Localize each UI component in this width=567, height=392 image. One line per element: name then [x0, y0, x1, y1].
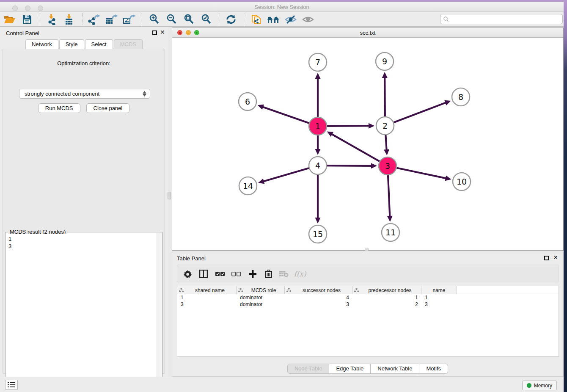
edge-arrow-1-4 [315, 149, 321, 155]
network-window-titlebar[interactable]: ✕ − + scc.txt [172, 28, 563, 38]
mcds-result-text[interactable]: 1 3 [6, 234, 157, 392]
tab-select[interactable]: Select [85, 39, 113, 49]
edge-2-8[interactable] [385, 102, 446, 126]
zoom-selected-icon[interactable] [199, 13, 213, 25]
table-panel-title: Table Panel [177, 255, 206, 262]
show-all-icon[interactable] [301, 13, 315, 25]
panel-divider-handle[interactable] [168, 192, 171, 199]
unselect-all-columns-icon[interactable] [229, 267, 243, 281]
table-toolbar: f(x) [177, 265, 559, 282]
node-label-14: 14 [243, 181, 253, 190]
zoom-in-icon[interactable] [147, 13, 161, 25]
delete-table-icon[interactable] [277, 267, 291, 281]
edge-3-1[interactable] [331, 134, 388, 166]
save-session-icon[interactable] [20, 13, 34, 25]
column-label: shared name [184, 287, 236, 293]
add-column-icon[interactable] [246, 267, 259, 281]
duplicate-view-icon[interactable] [249, 13, 263, 25]
delete-columns-icon[interactable] [261, 267, 275, 281]
column-header-shared-name[interactable]: shared name [177, 286, 237, 294]
hide-selected-icon[interactable] [284, 13, 298, 25]
status-bar: Memory [0, 377, 564, 392]
edge-arrow-1-6 [258, 105, 264, 110]
edge-arrow-4-3 [371, 163, 377, 168]
memory-label: Memory [534, 383, 552, 389]
show-columns-icon[interactable] [197, 267, 210, 281]
result-scrollbar[interactable] [157, 233, 162, 392]
column-header-successor-nodes[interactable]: successor nodes [285, 286, 352, 294]
import-table-icon[interactable] [62, 13, 77, 25]
column-header-name[interactable]: name [421, 286, 457, 294]
toolbar-separator [244, 13, 244, 25]
table-cell[interactable]: dominator [237, 301, 285, 307]
node-label-11: 11 [385, 228, 396, 237]
column-label: successor nodes [291, 287, 352, 293]
table-panel: Table Panel ✕ f(x) shared nameMCDS roles… [172, 252, 564, 377]
table-row[interactable]: 3dominator323 [177, 301, 559, 308]
table-cell[interactable]: 4 [285, 295, 352, 301]
list-icon [8, 382, 15, 388]
select-all-columns-icon[interactable] [213, 267, 227, 281]
network-canvas[interactable]: 7968124314101511 [172, 38, 563, 250]
edge-arrow-4-14 [258, 179, 264, 184]
close-table-panel-icon[interactable]: ✕ [553, 254, 558, 261]
tab-motifs[interactable]: Motifs [419, 364, 448, 374]
first-neighbors-icon[interactable] [266, 13, 281, 25]
table-cell[interactable]: 1 [352, 295, 421, 301]
export-network-icon[interactable] [87, 13, 102, 25]
table-options-icon[interactable] [181, 267, 194, 281]
function-builder-icon[interactable]: f(x) [293, 267, 307, 281]
tab-network[interactable]: Network [25, 39, 58, 49]
tab-node-table[interactable]: Node Table [287, 364, 330, 374]
open-file-icon[interactable] [3, 13, 17, 25]
table-cell[interactable]: 2 [352, 301, 421, 307]
search-icon [443, 16, 449, 22]
edge-arrow-1-7 [315, 73, 321, 79]
node-table[interactable]: shared nameMCDS rolesuccessor nodesprede… [177, 286, 559, 357]
search-input[interactable] [449, 16, 560, 22]
edge-arrow-4-15 [315, 218, 321, 224]
table-cell[interactable]: dominator [237, 295, 285, 301]
export-table-icon[interactable] [105, 13, 119, 25]
criterion-dropdown[interactable]: strongly connected component [19, 89, 150, 99]
import-network-icon[interactable] [45, 13, 59, 25]
network-window-title: scc.txt [172, 30, 563, 36]
criterion-dropdown-value: strongly connected component [25, 91, 140, 97]
desktop-wallpaper-top [0, 0, 567, 2]
mcds-result-group: MCDS result (2 nodes) 1 3 [5, 232, 162, 392]
float-panel-icon[interactable] [152, 30, 157, 35]
network-view-window: ✕ − + scc.txt 7968124314101511 [172, 28, 564, 251]
table-cell[interactable]: 3 [285, 301, 352, 307]
task-history-button[interactable] [5, 380, 18, 390]
table-cell[interactable]: 1 [421, 295, 457, 301]
table-cell[interactable]: 1 [177, 295, 237, 301]
close-panel-icon[interactable]: ✕ [160, 29, 165, 36]
node-label-4: 4 [315, 161, 320, 170]
network-resize-handle[interactable] [365, 248, 369, 251]
table-cell[interactable]: 3 [421, 301, 457, 307]
tab-network-table[interactable]: Network Table [371, 364, 419, 374]
main-toolbar [0, 12, 564, 27]
export-image-icon[interactable] [122, 13, 136, 25]
node-label-10: 10 [457, 177, 467, 186]
tab-edge-table[interactable]: Edge Table [329, 364, 371, 374]
mcds-tab-content: Optimization criterion: strongly connect… [3, 49, 165, 374]
column-label: MCDS role [243, 287, 284, 293]
node-label-8: 8 [458, 92, 463, 102]
zoom-out-icon[interactable] [164, 13, 179, 25]
float-table-panel-icon[interactable] [544, 256, 549, 260]
node-label-6: 6 [245, 97, 250, 106]
column-header-predecessor-nodes[interactable]: predecessor nodes [352, 286, 421, 294]
refresh-view-icon[interactable] [224, 13, 238, 25]
column-label: predecessor nodes [359, 287, 421, 293]
zoom-fit-icon[interactable] [182, 13, 196, 25]
column-header-MCDS-role[interactable]: MCDS role [237, 286, 285, 294]
tab-style[interactable]: Style [59, 39, 84, 49]
memory-button[interactable]: Memory [522, 381, 557, 390]
close-panel-button[interactable]: Close panel [86, 103, 130, 113]
search-box[interactable] [440, 14, 563, 24]
tab-mcds[interactable]: MCDS [114, 39, 143, 49]
run-mcds-button[interactable]: Run MCDS [38, 103, 80, 113]
table-row[interactable]: 1dominator411 [177, 294, 559, 301]
table-cell[interactable]: 3 [177, 301, 237, 307]
